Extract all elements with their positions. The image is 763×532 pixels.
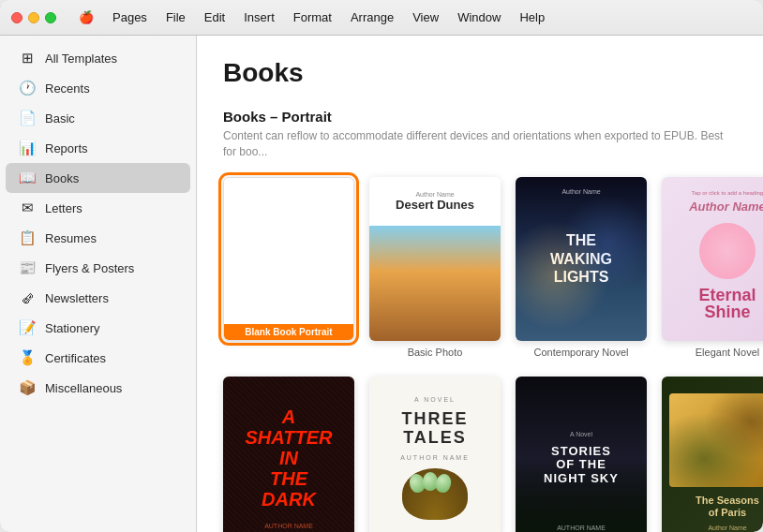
- menu-edit[interactable]: Edit: [197, 8, 232, 26]
- reports-icon: 📊: [19, 140, 36, 156]
- sidebar-item-basic[interactable]: 📄 Basic: [6, 103, 190, 133]
- sidebar-item-resumes[interactable]: 📋 Resumes: [6, 223, 190, 253]
- traditional-image: [669, 393, 763, 487]
- menu-arrange[interactable]: Arrange: [343, 8, 401, 26]
- sidebar-item-stationery[interactable]: 📝 Stationery: [6, 313, 190, 343]
- menu-format[interactable]: Format: [286, 8, 339, 26]
- sidebar-item-books[interactable]: 📖 Books: [6, 163, 190, 193]
- basic-icon: 📄: [19, 110, 36, 126]
- main-layout: ⊞ All Templates 🕐 Recents 📄 Basic 📊 Repo…: [0, 36, 763, 532]
- newsletters-icon: 🗞: [19, 289, 36, 306]
- app-window: 🍎 Pages File Edit Insert Format Arrange …: [0, 0, 763, 532]
- sidebar-item-label: Recents: [45, 81, 90, 96]
- templates-grid-row2: ASHATTERINTHEDARK AUTHOR NAME Edgy Novel…: [223, 377, 737, 532]
- bokeh-effect: [516, 177, 647, 341]
- simple-author-top: A Novel: [414, 396, 456, 403]
- desert-image: [369, 226, 501, 341]
- elegant-blob: [699, 223, 756, 279]
- blank-badge: Blank Book Portrait: [224, 324, 353, 340]
- misc-icon: 📦: [19, 379, 36, 396]
- sidebar-item-recents[interactable]: 🕐 Recents: [6, 73, 190, 103]
- template-thumb-edgy: ASHATTERINTHEDARK AUTHOR NAME: [223, 377, 354, 532]
- sidebar: ⊞ All Templates 🕐 Recents 📄 Basic 📊 Repo…: [0, 36, 197, 532]
- modern-top: A Novel: [570, 431, 592, 437]
- section-title: Books – Portrait: [223, 109, 737, 125]
- template-thumb-traditional: The Seasonsof Paris Author Name: [662, 377, 763, 532]
- sidebar-item-label: Reports: [45, 141, 88, 155]
- menu-insert[interactable]: Insert: [236, 8, 282, 26]
- menu-pages[interactable]: Pages: [105, 8, 155, 26]
- close-button[interactable]: [11, 12, 22, 23]
- template-simple-novel[interactable]: A Novel THREETALES AUTHOR NAME Simple No…: [369, 377, 501, 532]
- sidebar-item-label: Basic: [45, 111, 75, 126]
- template-elegant-novel[interactable]: Tap or click to add a heading Author Nam…: [662, 177, 763, 358]
- sidebar-item-label: Resumes: [45, 231, 97, 245]
- template-thumb-elegant: Tap or click to add a heading Author Nam…: [662, 177, 763, 341]
- all-templates-icon: ⊞: [19, 50, 36, 66]
- sidebar-item-flyers-posters[interactable]: 📰 Flyers & Posters: [6, 253, 190, 283]
- certificates-icon: 🏅: [19, 349, 36, 366]
- content-area: Books Books – Portrait Content can reflo…: [197, 36, 763, 532]
- desert-author: Author Name: [415, 191, 454, 198]
- titlebar: 🍎 Pages File Edit Insert Format Arrange …: [0, 0, 763, 36]
- template-basic-photo[interactable]: Author Name Desert Dunes Basic Photo: [369, 177, 501, 358]
- simple-author: AUTHOR NAME: [400, 454, 470, 461]
- template-thumb-simple: A Novel THREETALES AUTHOR NAME: [369, 377, 501, 532]
- edgy-title: ASHATTERINTHEDARK: [246, 406, 333, 510]
- sidebar-item-label: Stationery: [45, 321, 100, 335]
- simple-nest: [402, 468, 468, 520]
- stationery-icon: 📝: [19, 319, 36, 336]
- recents-icon: 🕐: [19, 80, 36, 96]
- simple-title: THREETALES: [401, 410, 468, 448]
- menu-view[interactable]: View: [405, 8, 446, 26]
- elegant-author: Author Name: [689, 200, 763, 214]
- sidebar-item-all-templates[interactable]: ⊞ All Templates: [6, 43, 190, 73]
- sidebar-item-miscellaneous[interactable]: 📦 Miscellaneous: [6, 373, 190, 403]
- maximize-button[interactable]: [45, 12, 56, 23]
- apple-menu[interactable]: 🍎: [71, 8, 101, 26]
- sidebar-item-certificates[interactable]: 🏅 Certificates: [6, 343, 190, 373]
- minimize-button[interactable]: [28, 12, 39, 23]
- section-desc: Content can reflow to accommodate differ…: [223, 128, 737, 160]
- modern-title: STORIESOF THENIGHT SKY: [544, 445, 619, 485]
- sidebar-item-label: Miscellaneous: [45, 381, 122, 395]
- template-thumb-desert: Author Name Desert Dunes: [369, 177, 501, 341]
- desert-top: Author Name Desert Dunes: [369, 177, 501, 227]
- template-blank-book-portrait[interactable]: Blank Book Portrait: [223, 177, 354, 358]
- template-label: Basic Photo: [408, 347, 463, 358]
- template-thumb-blank: Blank Book Portrait: [223, 177, 354, 341]
- resumes-icon: 📋: [19, 229, 36, 246]
- page-title: Books: [223, 58, 737, 88]
- sidebar-item-label: All Templates: [45, 52, 117, 66]
- sidebar-item-reports[interactable]: 📊 Reports: [6, 133, 190, 163]
- elegant-tip: Tap or click to add a heading: [692, 190, 763, 196]
- template-edgy-novel[interactable]: ASHATTERINTHEDARK AUTHOR NAME Edgy Novel: [223, 377, 354, 532]
- template-thumb-contemporary: Author Name THEWAKINGLIGHTS: [516, 177, 647, 341]
- template-contemporary-novel[interactable]: Author Name THEWAKINGLIGHTS Contemporary…: [516, 177, 647, 358]
- sidebar-item-letters[interactable]: ✉ Letters: [6, 193, 190, 223]
- sidebar-item-label: Certificates: [45, 351, 106, 365]
- desert-title: Desert Dunes: [396, 198, 474, 212]
- menu-file[interactable]: File: [158, 8, 193, 26]
- sidebar-item-newsletters[interactable]: 🗞 Newsletters: [6, 283, 190, 313]
- traffic-lights: [11, 12, 56, 23]
- template-modern-novel[interactable]: A Novel STORIESOF THENIGHT SKY AUTHOR NA…: [516, 377, 647, 532]
- menu-help[interactable]: Help: [512, 8, 552, 26]
- contemporary-author: Author Name: [561, 188, 600, 195]
- menu-window[interactable]: Window: [450, 8, 508, 26]
- flyers-icon: 📰: [19, 259, 36, 276]
- sidebar-item-label: Books: [45, 171, 79, 185]
- modern-author: AUTHOR NAME: [557, 525, 606, 531]
- elegant-title: EternalShine: [698, 287, 756, 320]
- sidebar-item-label: Letters: [45, 201, 82, 215]
- template-thumb-modern: A Novel STORIESOF THENIGHT SKY AUTHOR NA…: [516, 377, 647, 532]
- traditional-author: Author Name: [708, 525, 746, 531]
- template-label: Contemporary Novel: [534, 347, 629, 358]
- sidebar-item-label: Newsletters: [45, 291, 109, 305]
- menu-bar: 🍎 Pages File Edit Insert Format Arrange …: [71, 8, 552, 26]
- template-label: Elegant Novel: [696, 347, 760, 358]
- templates-grid-row1: Blank Book Portrait Author Name Desert D…: [223, 177, 737, 358]
- traditional-title: The Seasonsof Paris: [696, 495, 759, 519]
- sidebar-item-label: Flyers & Posters: [45, 261, 134, 275]
- template-traditional-novel[interactable]: The Seasonsof Paris Author Name Traditio…: [662, 377, 763, 532]
